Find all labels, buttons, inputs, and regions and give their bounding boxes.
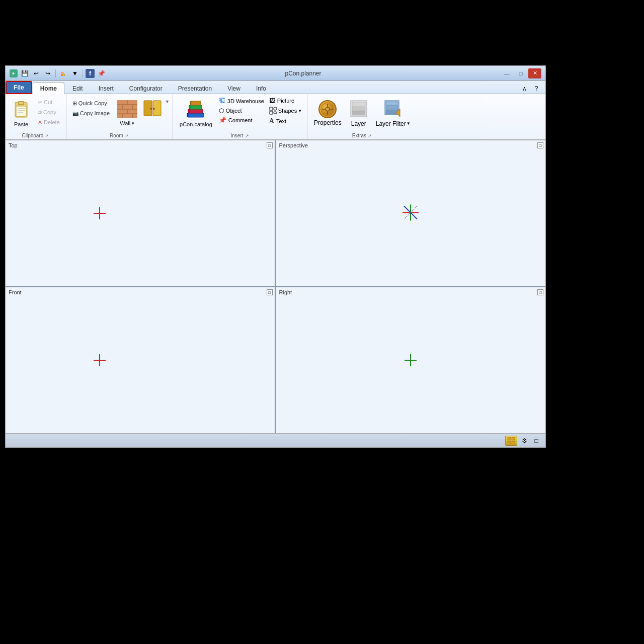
- app-title: pCon.planner: [106, 70, 500, 77]
- svg-rect-47: [386, 102, 398, 105]
- tab-configurator[interactable]: Configurator: [122, 83, 170, 94]
- svg-rect-44: [352, 111, 365, 115]
- object-button[interactable]: ⬡ Object: [217, 106, 266, 115]
- viewport-right-label: Right: [279, 289, 292, 295]
- quick-copy-button[interactable]: ⊞ Quick Copy: [69, 98, 113, 108]
- viewport-top-label: Top: [9, 142, 18, 148]
- copy-image-label: Copy Image: [80, 110, 110, 116]
- layer-button[interactable]: Layer: [346, 96, 371, 130]
- object-label: Object: [226, 108, 242, 114]
- rss-button[interactable]: [58, 68, 68, 78]
- clipboard-group-content: Paste ✂ Cut ⧉ Copy ✕ Delete: [9, 96, 63, 133]
- down-arrow-button[interactable]: ▼: [70, 68, 80, 78]
- copy-label: Copy: [43, 109, 56, 115]
- viewport-perspective-maximize[interactable]: □: [537, 142, 543, 148]
- tab-view[interactable]: View: [220, 83, 248, 94]
- viewport-front[interactable]: Front □: [6, 287, 275, 433]
- svg-rect-25: [190, 105, 202, 109]
- window-controls: — □ ✕: [500, 68, 541, 78]
- help-button[interactable]: ?: [531, 84, 541, 94]
- comment-icon: 📌: [219, 117, 226, 124]
- shapes-button[interactable]: Shapes ▼: [267, 106, 304, 116]
- wall-icon: [117, 100, 137, 119]
- pconcatalog-button[interactable]: pCon.catalog: [176, 96, 216, 130]
- viewport-top[interactable]: Top □: [6, 140, 275, 286]
- viewport-right[interactable]: Right □: [276, 287, 546, 433]
- viewport-area: Top □ Perspective □ Fr: [6, 140, 545, 433]
- shapes-expand-icon: ▼: [298, 109, 302, 113]
- warehouse-button[interactable]: 🏗 3D Warehouse: [217, 96, 266, 106]
- extras-expand-icon[interactable]: ↗: [367, 133, 372, 138]
- comment-button[interactable]: 📌 Comment: [217, 116, 266, 125]
- wall-button[interactable]: Wall ▼: [114, 96, 141, 130]
- delete-button[interactable]: ✕ Delete: [35, 117, 63, 127]
- svg-rect-3: [16, 106, 26, 116]
- quick-access-toolbar: 💾 ↩ ↪ ▼ f 📌: [20, 68, 106, 78]
- ribbon-collapse-button[interactable]: ∧: [519, 84, 529, 94]
- close-button[interactable]: ✕: [528, 68, 541, 78]
- svg-rect-57: [512, 441, 515, 444]
- layer-filter-button[interactable]: Layer Filter ▼: [372, 96, 414, 130]
- view-mode-button[interactable]: □: [531, 436, 541, 446]
- facebook-button[interactable]: f: [86, 69, 95, 78]
- minimize-button[interactable]: —: [500, 68, 513, 78]
- viewport-right-maximize[interactable]: □: [537, 289, 543, 295]
- tab-edit[interactable]: Edit: [65, 83, 91, 94]
- tab-home[interactable]: Home: [33, 83, 64, 94]
- svg-point-20: [150, 108, 152, 110]
- viewport-front-label: Front: [9, 289, 22, 295]
- save-button[interactable]: 💾: [20, 68, 30, 78]
- text-button[interactable]: A Text: [267, 116, 304, 126]
- clipboard-expand-icon[interactable]: ↗: [44, 133, 49, 138]
- clipboard-small-buttons: ✂ Cut ⧉ Copy ✕ Delete: [35, 96, 63, 127]
- properties-icon: [318, 100, 337, 118]
- maximize-button[interactable]: □: [514, 68, 527, 78]
- room-expand-arrow[interactable]: ▼: [165, 99, 170, 104]
- svg-rect-33: [270, 111, 273, 114]
- copy-button[interactable]: ⧉ Copy: [35, 107, 63, 117]
- insert-group-content: pCon.catalog 🏗 3D Warehouse ⬡ Object 📌 C…: [176, 96, 304, 133]
- settings-status-button[interactable]: ⚙: [519, 436, 529, 446]
- svg-rect-42: [352, 107, 365, 111]
- tab-presentation[interactable]: Presentation: [171, 83, 219, 94]
- insert-expand-icon[interactable]: ↗: [245, 133, 250, 138]
- layer-filter-label: Layer Filter: [376, 120, 406, 127]
- object-icon: ⬡: [219, 107, 224, 114]
- room-group: ⊞ Quick Copy 📷 Copy Image: [66, 94, 173, 139]
- copy-icon: ⧉: [38, 109, 42, 116]
- grid-button[interactable]: [505, 436, 517, 446]
- viewport-perspective[interactable]: Perspective □: [276, 140, 546, 286]
- paste-button[interactable]: Paste: [9, 96, 34, 130]
- comment-label: Comment: [228, 117, 253, 123]
- properties-button[interactable]: Properties: [310, 96, 345, 130]
- tab-file[interactable]: File: [6, 81, 32, 94]
- copy-image-button[interactable]: 📷 Copy Image: [69, 108, 113, 118]
- room-expand-icon[interactable]: ↗: [124, 133, 129, 138]
- svg-rect-46: [386, 106, 398, 109]
- app-window: 💾 ↩ ↪ ▼ f 📌 pCon.planner: [5, 65, 546, 448]
- paste-icon: [12, 99, 30, 120]
- catalog-label: pCon.catalog: [180, 121, 212, 127]
- room-group-content: ⊞ Quick Copy 📷 Copy Image: [69, 96, 170, 133]
- svg-rect-31: [270, 107, 273, 110]
- extras-group-content: Properties Layer: [310, 96, 414, 133]
- wall-dropdown-icon: ▼: [131, 121, 135, 126]
- picture-button[interactable]: 🖼 Picture: [267, 96, 304, 105]
- cut-button[interactable]: ✂ Cut: [35, 97, 63, 107]
- undo-button[interactable]: ↩: [31, 68, 41, 78]
- tab-insert[interactable]: Insert: [91, 83, 121, 94]
- delete-icon: ✕: [38, 119, 42, 126]
- title-bar-left: 💾 ↩ ↪ ▼ f 📌: [10, 68, 106, 78]
- ribbon-tabs: File Home Edit Insert Configurator Prese…: [6, 81, 545, 94]
- viewport-front-maximize[interactable]: □: [267, 289, 273, 295]
- pin-button[interactable]: 📌: [96, 68, 106, 78]
- picture-label: Picture: [277, 98, 294, 104]
- viewport-top-maximize[interactable]: □: [267, 142, 273, 148]
- redo-button[interactable]: ↪: [43, 68, 53, 78]
- wall-label: Wall: [120, 120, 130, 126]
- warehouse-icon: 🏗: [219, 97, 225, 105]
- shapes-dropdown: Shapes ▼: [269, 107, 302, 115]
- extras-label: Extras ↗: [352, 133, 372, 139]
- app-icon: [10, 69, 18, 77]
- tab-info[interactable]: Info: [249, 83, 274, 94]
